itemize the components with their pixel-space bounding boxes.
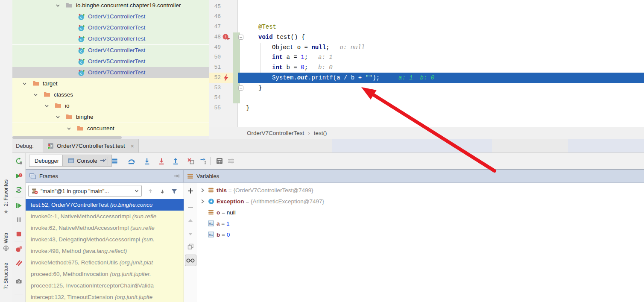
toolbar-separator <box>210 157 211 165</box>
favorites-label: 2: Favorites <box>3 179 9 206</box>
evaluate-expression-button[interactable] <box>215 156 224 166</box>
frame-row[interactable]: invoke0:-1, NativeMethodAccessorImpl (su… <box>26 211 184 222</box>
move-down-button[interactable] <box>186 229 195 239</box>
thread-selector[interactable]: "main"@1 in group "main"... <box>28 185 142 197</box>
frame-row[interactable]: invokeMethod:675, ReflectionUtils (org.j… <box>26 257 184 268</box>
step-out-button[interactable] <box>171 156 180 166</box>
code-line[interactable]: 47@Test <box>209 22 644 32</box>
tree-row[interactable]: io <box>12 100 209 111</box>
frame-row[interactable]: intercept:132, TimeoutExtension (org.jun… <box>26 291 184 302</box>
sidebar-item-web[interactable]: Web <box>0 233 12 251</box>
chevron-expanded-icon[interactable] <box>67 126 74 133</box>
remove-watch-button[interactable] <box>186 202 195 212</box>
sidebar-item-structure[interactable]: 7: Structure <box>0 263 12 289</box>
frame-up-button[interactable] <box>146 187 155 196</box>
frame-row[interactable]: proceed:60, MethodInvocation (org.junit.… <box>26 268 184 280</box>
breakpoint-icon[interactable]: ! <box>222 33 231 41</box>
code-text: } <box>258 83 262 93</box>
add-watch-button[interactable] <box>186 186 195 196</box>
chevron-expanded-icon[interactable] <box>22 82 30 88</box>
tree-row[interactable]: binghe <box>12 111 209 123</box>
frame-row[interactable]: test:52, OrderV7ControllerTest (io.bingh… <box>26 199 184 211</box>
tree-row[interactable]: cOrderV5ControllerTest <box>12 56 209 67</box>
tree-row[interactable]: concurrent <box>12 123 209 134</box>
move-up-button[interactable] <box>186 216 195 225</box>
variable-row[interactable]: 01a = 1 <box>197 218 644 229</box>
globe-icon <box>3 245 9 251</box>
tree-row[interactable]: cOrderV7ControllerTest <box>12 67 209 78</box>
mute-breakpoints-button[interactable] <box>14 258 23 268</box>
show-execution-point-button[interactable] <box>110 156 120 166</box>
lightning-icon[interactable] <box>223 74 229 82</box>
test-class-icon: c <box>78 47 85 54</box>
code-line[interactable]: 55} <box>209 103 644 113</box>
tree-row-label: binghe <box>76 111 94 123</box>
package-folder-icon <box>66 2 73 9</box>
thread-dump-button[interactable] <box>14 276 23 286</box>
show-watches-button[interactable] <box>185 255 196 266</box>
run-to-cursor-button[interactable] <box>199 156 208 166</box>
frame-row[interactable]: invoke:498, Method (java.lang.reflect) <box>26 245 184 257</box>
pause-button[interactable] <box>14 215 23 224</box>
code-text: Object o = null;o: null <box>272 42 365 53</box>
breadcrumb-method[interactable]: test() <box>314 130 327 136</box>
step-into-button[interactable] <box>142 156 152 166</box>
duplicate-button[interactable] <box>186 242 195 251</box>
frame-row[interactable]: invoke:62, NativeMethodAccessorImpl (sun… <box>26 222 184 234</box>
code-line[interactable]: 54 <box>209 93 644 103</box>
tree-row[interactable]: target <box>12 78 209 89</box>
filter-icon[interactable] <box>170 187 179 196</box>
chevron-expanded-icon[interactable] <box>56 3 63 10</box>
variable-row[interactable]: Exception = {ArithmeticException@7497} <box>197 196 644 207</box>
code-line[interactable]: 52System.out.printf(a / b + "");a: 1 b: … <box>209 73 644 83</box>
pin-icon[interactable] <box>173 174 180 178</box>
tree-row[interactable]: cOrderV4ControllerTest <box>12 45 209 56</box>
debug-session-tab[interactable]: OrderV7ControllerTest.test × <box>43 139 139 152</box>
code-line[interactable]: 48!–void test() { <box>209 32 644 42</box>
force-step-into-button[interactable] <box>157 156 166 166</box>
chevron-right-icon[interactable] <box>199 188 206 193</box>
variable-row[interactable]: 01b = 0 <box>197 229 644 240</box>
reload-changed-classes-button[interactable] <box>14 185 23 194</box>
view-breakpoints-button[interactable] <box>14 244 23 254</box>
stop-button[interactable] <box>14 229 23 239</box>
chevron-expanded-icon[interactable] <box>56 115 63 122</box>
rerun-failed-tests-button[interactable]: ! <box>14 171 23 181</box>
variable-row[interactable]: o = null <box>197 207 644 218</box>
variable-name: a <box>217 220 220 227</box>
resume-button[interactable] <box>14 201 23 210</box>
drop-frame-button[interactable] <box>186 156 195 166</box>
tree-row[interactable]: cOrderV2ControllerTest <box>12 22 209 33</box>
frame-down-button[interactable] <box>158 187 167 196</box>
code-line[interactable]: 53–} <box>209 83 644 93</box>
chevron-expanded-icon[interactable] <box>33 93 41 100</box>
tree-row[interactable]: io.binghe.concurrent.chapter19.controlle… <box>12 0 209 11</box>
editor-panel[interactable]: 454647@Test48!–void test() {49Object o =… <box>209 0 644 127</box>
chevron-expanded-icon[interactable] <box>44 104 52 111</box>
fold-marker-icon[interactable]: – <box>238 35 243 40</box>
frame-row[interactable]: proceed:125, InvocationInterceptorChain$… <box>26 280 184 291</box>
tree-row[interactable]: cOrderV1ControllerTest <box>12 11 209 22</box>
code-line[interactable]: 49Object o = null;o: null <box>209 42 644 53</box>
view-options-button[interactable] <box>226 156 236 166</box>
code-line[interactable]: 45 <box>209 2 644 12</box>
tab-console[interactable]: Console <box>62 155 112 167</box>
tree-row-label: io <box>65 100 70 111</box>
breadcrumb-class[interactable]: OrderV7ControllerTest <box>247 130 304 136</box>
variable-row[interactable]: this = {OrderV7ControllerTest@7499} <box>197 185 644 196</box>
svg-text:c: c <box>80 71 82 76</box>
tab-debugger[interactable]: Debugger <box>29 155 64 167</box>
code-line[interactable]: 46 <box>209 12 644 22</box>
code-line[interactable]: 51int b = 0;b: 0 <box>209 62 644 73</box>
tree-row[interactable]: cOrderV3ControllerTest <box>12 33 209 44</box>
fold-marker-icon[interactable]: – <box>238 85 243 91</box>
console-icon <box>68 158 74 164</box>
chevron-right-icon[interactable] <box>199 199 206 204</box>
sidebar-item-favorites[interactable]: 2: Favorites ★ <box>0 179 12 215</box>
close-icon[interactable]: × <box>131 143 134 150</box>
frame-row[interactable]: invoke:43, DelegatingMethodAccessorImpl … <box>26 234 184 245</box>
step-over-button[interactable] <box>127 156 136 166</box>
tree-row[interactable]: classes <box>12 89 209 100</box>
code-line[interactable]: 50int a = 1;a: 1 <box>209 52 644 62</box>
rerun-button[interactable] <box>14 156 23 166</box>
